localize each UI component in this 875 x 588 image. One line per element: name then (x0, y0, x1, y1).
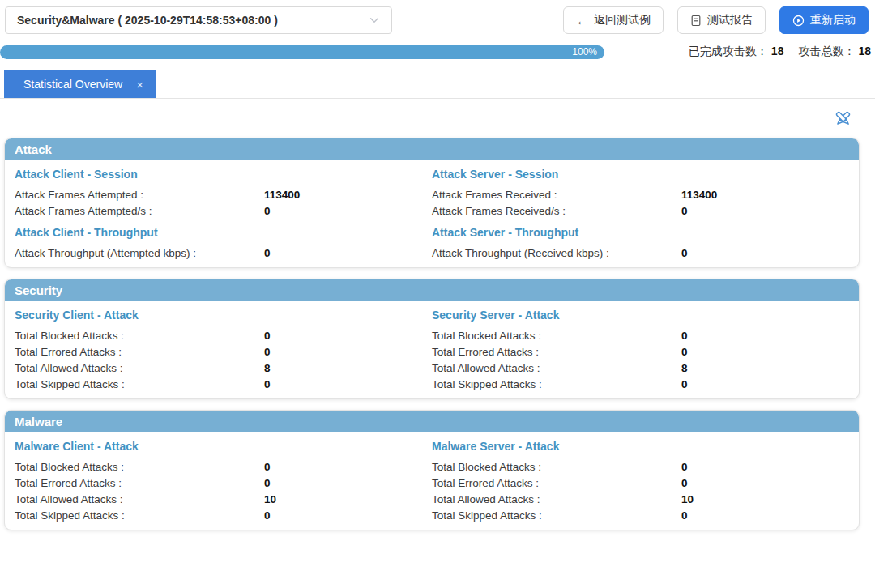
panel-column: Malware Server - AttackTotal Blocked Att… (432, 432, 849, 523)
stat-label: Total Allowed Attacks : (432, 493, 681, 505)
stat-row: Total Blocked Attacks :0 (15, 327, 432, 343)
stat-label: Attack Frames Attempted : (15, 189, 264, 201)
completed-attacks-label: 已完成攻击数： (689, 45, 768, 58)
stat-row: Total Skipped Attacks :0 (15, 507, 432, 523)
stat-label: Total Skipped Attacks : (432, 509, 681, 522)
close-icon[interactable]: × (136, 79, 143, 91)
stat-row: Attack Frames Attempted :113400 (15, 186, 432, 202)
panel-column: Malware Client - AttackTotal Blocked Att… (15, 432, 432, 523)
stat-row: Total Skipped Attacks :0 (432, 376, 849, 392)
test-report-button[interactable]: 测试报告 (677, 6, 766, 34)
stat-row: Attack Frames Received/s :0 (432, 202, 849, 219)
crossed-pens-icon[interactable] (833, 109, 853, 129)
panel-title: Security (5, 279, 859, 301)
stat-label: Attack Frames Received : (432, 189, 681, 201)
stat-row: Total Blocked Attacks :0 (432, 327, 849, 343)
top-bar: Security&Malware ( 2025-10-29T14:58:53+0… (0, 0, 875, 34)
stat-row: Total Errored Attacks :0 (432, 475, 849, 491)
test-run-select-value: Security&Malware ( 2025-10-29T14:58:53+0… (17, 14, 278, 27)
stat-row: Attack Frames Received :113400 (432, 186, 849, 202)
test-run-select[interactable]: Security&Malware ( 2025-10-29T14:58:53+0… (5, 6, 392, 34)
stat-label: Total Errored Attacks : (15, 477, 264, 489)
stat-label: Total Blocked Attacks : (15, 461, 264, 473)
stat-value: 0 (264, 461, 271, 473)
document-icon (690, 15, 702, 27)
stat-label: Total Allowed Attacks : (15, 362, 264, 374)
stat-row: Total Blocked Attacks :0 (15, 458, 432, 475)
panel-columns: Malware Client - AttackTotal Blocked Att… (15, 432, 849, 523)
stat-label: Attack Frames Received/s : (432, 205, 681, 217)
panel-title: Malware (5, 411, 859, 432)
chevron-down-icon (369, 15, 380, 26)
section-subtitle: Attack Server - Session (432, 168, 849, 181)
progress-row: 100% 已完成攻击数：18 攻击总数：18 (0, 45, 875, 59)
stat-row: Total Allowed Attacks :10 (15, 491, 432, 507)
stat-value: 0 (264, 346, 271, 358)
top-bar-buttons: ← 返回测试例 测试报告 重新启动 (563, 6, 869, 34)
stat-value: 0 (264, 205, 271, 217)
stat-label: Total Blocked Attacks : (15, 330, 264, 342)
stat-value: 0 (264, 477, 271, 489)
restart-button[interactable]: 重新启动 (779, 6, 869, 34)
back-to-testcase-button[interactable]: ← 返回测试例 (563, 6, 664, 34)
progress-fill: 100% (0, 45, 604, 59)
stat-value: 10 (681, 493, 694, 505)
total-attacks-value: 18 (858, 45, 871, 58)
stat-row: Total Errored Attacks :0 (432, 343, 849, 360)
panel-malware: MalwareMalware Client - AttackTotal Bloc… (4, 410, 860, 530)
stat-value: 0 (681, 330, 688, 342)
stat-row: Total Skipped Attacks :0 (15, 376, 432, 392)
panel-column: Security Server - AttackTotal Blocked At… (432, 301, 849, 392)
stat-row: Total Blocked Attacks :0 (432, 458, 849, 475)
stat-value: 0 (264, 247, 271, 259)
completed-attacks: 已完成攻击数：18 (689, 45, 784, 59)
stat-label: Total Blocked Attacks : (432, 461, 681, 473)
stat-value: 0 (264, 378, 271, 390)
arrow-left-icon: ← (576, 15, 588, 27)
stat-label: Total Allowed Attacks : (432, 362, 681, 374)
panels-container: AttackAttack Client - SessionAttack Fram… (0, 138, 875, 530)
stat-value: 0 (264, 509, 271, 522)
stat-label: Total Errored Attacks : (15, 346, 264, 358)
stat-value: 113400 (264, 189, 300, 201)
stat-label: Total Skipped Attacks : (15, 509, 264, 522)
stat-row: Attack Throughput (Received kbps) :0 (432, 245, 849, 261)
stat-value: 0 (264, 330, 271, 342)
panel-columns: Security Client - AttackTotal Blocked At… (15, 301, 849, 392)
stat-row: Attack Throughput (Attempted kbps) :0 (15, 245, 432, 261)
section-subtitle: Malware Client - Attack (15, 440, 432, 453)
stat-value: 0 (681, 378, 688, 390)
stat-row: Total Errored Attacks :0 (15, 475, 432, 491)
stat-value: 8 (264, 362, 271, 374)
section-subtitle: Security Client - Attack (15, 309, 432, 322)
section-subtitle: Attack Client - Session (15, 168, 432, 181)
tab-label: Statistical Overview (23, 78, 122, 91)
stat-value: 10 (264, 493, 276, 505)
stat-value: 0 (681, 205, 688, 217)
panel-columns: Attack Client - SessionAttack Frames Att… (15, 160, 849, 261)
completed-attacks-value: 18 (771, 45, 784, 58)
stat-row: Total Allowed Attacks :10 (432, 491, 849, 507)
section-subtitle: Attack Client - Throughput (15, 226, 432, 239)
stat-label: Attack Throughput (Attempted kbps) : (15, 247, 264, 259)
progress-bar: 100% (0, 45, 604, 59)
panel-column: Attack Client - SessionAttack Frames Att… (15, 160, 432, 261)
total-attacks-label: 攻击总数： (798, 45, 855, 58)
stat-label: Attack Frames Attempted/s : (15, 205, 264, 217)
stat-row: Total Allowed Attacks :8 (432, 360, 849, 376)
progress-percent: 100% (572, 46, 597, 58)
restart-button-label: 重新启动 (810, 13, 856, 28)
toolbar-row (0, 99, 875, 138)
panel-attack: AttackAttack Client - SessionAttack Fram… (4, 138, 860, 268)
stat-label: Total Skipped Attacks : (15, 378, 264, 390)
panel-column: Attack Server - SessionAttack Frames Rec… (432, 160, 849, 261)
stat-value: 0 (681, 247, 688, 259)
stat-label: Total Errored Attacks : (432, 346, 681, 358)
back-button-label: 返回测试例 (594, 13, 651, 28)
tab-statistical-overview[interactable]: Statistical Overview × (4, 70, 156, 98)
stat-value: 113400 (681, 189, 717, 201)
stat-value: 0 (681, 346, 688, 358)
stat-value: 0 (681, 477, 688, 489)
attack-counters: 已完成攻击数：18 攻击总数：18 (689, 45, 871, 59)
section-subtitle: Security Server - Attack (432, 309, 849, 322)
